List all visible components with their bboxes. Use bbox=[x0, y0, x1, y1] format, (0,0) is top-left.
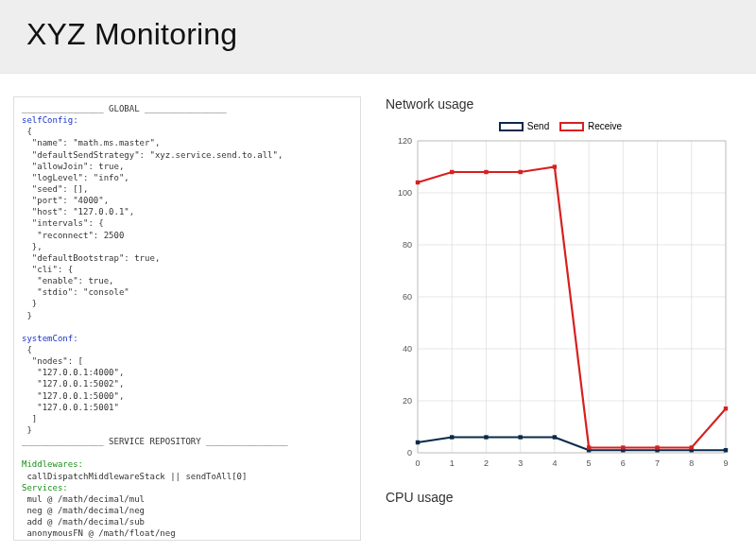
svg-rect-45 bbox=[416, 180, 420, 183]
legend-swatch-receive-icon bbox=[559, 122, 584, 131]
services-label: Services: bbox=[22, 483, 68, 493]
legend-send: Send bbox=[499, 121, 549, 131]
legend-receive: Receive bbox=[559, 121, 622, 131]
chart-legend: Send Receive bbox=[386, 117, 735, 135]
systemconf-body: { "nodes": [ "127.0.0.1:4000", "127.0.0.… bbox=[22, 345, 124, 435]
svg-text:9: 9 bbox=[723, 458, 728, 468]
svg-text:60: 60 bbox=[403, 292, 412, 302]
network-usage-chart: Send Receive 0204060801001200123456789 bbox=[386, 117, 735, 476]
svg-text:20: 20 bbox=[403, 396, 412, 406]
svg-rect-44 bbox=[724, 448, 728, 452]
page-title: XYZ Monitoring bbox=[26, 17, 730, 52]
selfconfig-body: { "name": "math.ms.master", "defaultSend… bbox=[22, 127, 283, 320]
svg-rect-36 bbox=[450, 435, 454, 439]
svg-rect-46 bbox=[450, 169, 454, 173]
middlewares-label: Middlewares: bbox=[22, 459, 83, 469]
legend-swatch-send-icon bbox=[499, 122, 524, 131]
config-dump-panel: ________________ GLOBAL ________________… bbox=[13, 96, 361, 541]
svg-text:7: 7 bbox=[655, 458, 660, 468]
systemconf-label: systemConf: bbox=[22, 334, 78, 343]
svg-text:120: 120 bbox=[398, 136, 412, 146]
global-header: ________________ GLOBAL ________________ bbox=[22, 104, 227, 113]
svg-text:1: 1 bbox=[450, 458, 455, 468]
svg-text:0: 0 bbox=[407, 448, 412, 458]
svg-rect-37 bbox=[484, 435, 488, 439]
svg-text:80: 80 bbox=[403, 240, 412, 250]
svg-rect-51 bbox=[621, 445, 625, 449]
svg-rect-39 bbox=[553, 435, 557, 439]
svg-rect-50 bbox=[587, 445, 591, 449]
svg-text:6: 6 bbox=[621, 458, 626, 468]
svg-rect-49 bbox=[553, 164, 557, 168]
svg-rect-54 bbox=[724, 406, 728, 410]
selfconfig-label: selfConfig: bbox=[22, 115, 78, 125]
svg-text:8: 8 bbox=[689, 458, 694, 468]
svg-rect-35 bbox=[416, 440, 420, 443]
cpu-usage-title: CPU usage bbox=[386, 490, 745, 505]
svg-rect-52 bbox=[655, 445, 659, 449]
network-chart-svg: 0204060801001200123456789 bbox=[386, 135, 735, 475]
page-header: XYZ Monitoring bbox=[0, 0, 756, 74]
svg-rect-53 bbox=[690, 445, 694, 449]
svg-rect-38 bbox=[518, 435, 522, 439]
svg-text:40: 40 bbox=[403, 344, 412, 354]
svg-text:5: 5 bbox=[587, 458, 592, 468]
svg-rect-47 bbox=[484, 169, 488, 173]
legend-send-label: Send bbox=[527, 121, 549, 131]
middlewares-body: callDispatchMiddlewareStack || sendToAll… bbox=[22, 472, 247, 481]
svg-text:3: 3 bbox=[518, 458, 523, 468]
svg-rect-48 bbox=[518, 169, 522, 173]
charts-panel: Network usage Send Receive 0204060801001… bbox=[386, 96, 745, 541]
svg-text:4: 4 bbox=[552, 458, 557, 468]
svg-text:2: 2 bbox=[484, 458, 489, 468]
svg-text:0: 0 bbox=[415, 458, 420, 468]
services-body: mul @ /math/decimal/mul neg @ /math/deci… bbox=[22, 494, 176, 538]
network-usage-title: Network usage bbox=[386, 96, 745, 112]
legend-receive-label: Receive bbox=[588, 121, 622, 131]
content-area: ________________ GLOBAL ________________… bbox=[0, 74, 756, 541]
repo-header: ________________ SERVICE REPOSITORY ____… bbox=[22, 437, 288, 446]
svg-text:100: 100 bbox=[398, 188, 412, 198]
